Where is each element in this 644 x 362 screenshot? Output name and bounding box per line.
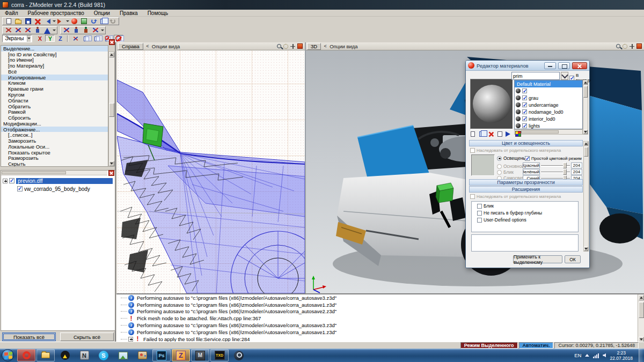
show-all-button[interactable]: Показать всё — [2, 333, 56, 341]
title-bar[interactable]: corra - ZModeler ver 2.2.4 (Build 981) — [0, 0, 644, 10]
scrollbar-thumb[interactable] — [109, 103, 114, 117]
export-icon[interactable] — [56, 18, 65, 25]
material-row[interactable] — [515, 87, 582, 94]
section-color-lighting[interactable]: Цвет и освещенность — [469, 140, 583, 146]
slider-value[interactable]: 204 — [571, 169, 582, 175]
auto-mode-toggle[interactable]: Автоматич. — [519, 342, 554, 349]
taskbar-zmodeler-icon[interactable]: Z — [172, 349, 190, 361]
scrollbar-thumb[interactable] — [583, 86, 588, 98]
menu-item[interactable]: Файл — [0, 10, 23, 17]
nodamage_lod0[interactable]: nodamage_lod0 — [515, 108, 582, 115]
sidebar-item[interactable]: Области — [1, 98, 108, 104]
palette-icon[interactable] — [514, 130, 522, 137]
dialog-scrollbar[interactable] — [583, 141, 589, 252]
sidebar-item[interactable]: Скрыть — [1, 161, 108, 167]
material-editor-icon[interactable] — [69, 18, 79, 25]
extension-option-checkbox[interactable]: User-Defined options — [477, 217, 578, 223]
zoom-icon[interactable] — [277, 44, 281, 48]
log-entry[interactable]: Performing autosave to "c:\program files… — [116, 308, 644, 315]
animation-tool-icon[interactable] — [81, 27, 91, 34]
pan-icon[interactable] — [630, 44, 634, 49]
node-visible-checkbox[interactable] — [17, 186, 23, 191]
viewport-tab-button[interactable]: 3D — [307, 43, 321, 50]
sidebar-item[interactable]: Модификации... — [1, 121, 108, 127]
view-menu-red-icon[interactable] — [297, 43, 303, 49]
inherit-parent-checkbox[interactable]: Наследовать от родительского материала — [470, 148, 561, 153]
axis-x-button[interactable]: X — [35, 35, 44, 42]
materials-scrollbar[interactable] — [583, 80, 588, 135]
radio-lighting[interactable]: Освещень — [497, 156, 525, 161]
axis-z-button[interactable]: Z — [56, 35, 64, 42]
volume-icon[interactable] — [603, 353, 606, 358]
collapse-options-icon[interactable]: < — [145, 43, 150, 49]
maximize-icon[interactable] — [558, 62, 570, 69]
view-options-label[interactable]: Опции вида — [152, 43, 180, 49]
taskbar-photos-icon[interactable] — [114, 349, 132, 361]
close-commands-panel-icon[interactable] — [109, 39, 115, 45]
tree-hscrollbar[interactable] — [1, 171, 107, 175]
sidebar-item[interactable]: Кругом — [1, 92, 108, 98]
material-search-input[interactable] — [511, 72, 560, 80]
hidden-icons-chevron-icon[interactable] — [585, 352, 589, 357]
modify-cone-icon[interactable] — [42, 27, 52, 34]
viewport-tab-button[interactable]: Справа — [118, 43, 143, 50]
assign-material-icon[interactable] — [505, 130, 513, 137]
pan-icon[interactable] — [290, 44, 295, 49]
sidebar-item[interactable]: [по Имени] — [1, 57, 108, 63]
taskbar-txd-icon[interactable]: TXD — [210, 349, 229, 361]
expand-icon[interactable] — [3, 179, 8, 183]
tools-dropdown-icon[interactable] — [100, 27, 104, 34]
view-config-icon-2[interactable] — [82, 35, 91, 42]
materials-hscrollbar[interactable] — [514, 129, 583, 135]
slider-thumb[interactable] — [563, 162, 567, 168]
log-entry[interactable]: Failed to apply the tool file:Service.cp… — [116, 336, 644, 342]
taskbar-photoshop-icon[interactable]: Ps — [152, 349, 171, 361]
sidebar-item[interactable]: Показать скрытое — [1, 150, 108, 156]
scroll-down-icon[interactable] — [639, 337, 644, 342]
scrollbar-thumb[interactable] — [2, 171, 66, 174]
scroll-up-icon[interactable] — [583, 80, 588, 85]
import-icon[interactable] — [42, 18, 52, 25]
log-entry[interactable]: Performing autosave to "c:\program files… — [116, 322, 644, 329]
orbit-icon[interactable] — [623, 44, 627, 49]
color-swatch[interactable] — [471, 154, 495, 176]
morph-tool-icon[interactable] — [91, 27, 100, 34]
lights[interactable]: lights — [515, 122, 582, 129]
screens-combobox[interactable]: Экраны — [2, 35, 32, 42]
menu-item[interactable]: Опции — [89, 10, 115, 17]
vertices-mode-icon[interactable] — [13, 27, 23, 34]
undo-icon[interactable] — [89, 18, 98, 25]
close-icon[interactable] — [572, 62, 587, 69]
skin-tool-icon[interactable] — [71, 27, 81, 34]
scrollbar-thumb[interactable] — [521, 130, 559, 134]
hide-all-button[interactable]: Скрыть всё — [60, 333, 114, 341]
log-entry[interactable]: Pick mesh node to be attached. file:Atta… — [116, 315, 644, 322]
log-entry[interactable]: Performing autosave to "c:\program files… — [116, 329, 644, 336]
material-visible-checkbox[interactable] — [522, 102, 527, 107]
taskbar-3dsmax-icon[interactable]: M — [191, 349, 209, 361]
close-tree-panel-icon[interactable] — [108, 170, 114, 176]
wireframe-canvas[interactable] — [117, 50, 305, 293]
export-dropdown-icon[interactable] — [65, 18, 69, 25]
extension-option-checkbox[interactable]: Не писать в буфер глубины — [477, 210, 578, 216]
menu-item[interactable]: Правка — [115, 10, 143, 17]
taskbar-opera-icon[interactable] — [17, 349, 35, 361]
taskbar-n-app-icon[interactable]: N — [75, 349, 93, 361]
taskbar-explorer-icon[interactable] — [36, 349, 55, 361]
axis-y-button[interactable]: Y — [45, 35, 55, 42]
sidebar-item[interactable]: Обратить — [1, 104, 108, 109]
material-visible-checkbox[interactable] — [522, 109, 527, 114]
log-entry[interactable]: Performing autosave to "c:\program files… — [116, 301, 644, 308]
simple-color-mode-checkbox[interactable]: Простой цветовой режим — [525, 156, 585, 161]
view-config-icon-1[interactable] — [71, 35, 80, 42]
clock[interactable]: 2:23 22.07.2018 — [610, 350, 633, 361]
slider-track[interactable] — [541, 169, 570, 175]
sidebar-item[interactable]: Всё — [1, 69, 108, 75]
section-extensions[interactable]: Расширения — [469, 186, 583, 193]
sidebar-item[interactable]: [по Материалу] — [1, 63, 108, 69]
menu-item[interactable]: Помощь — [143, 10, 173, 17]
material-visible-checkbox[interactable] — [522, 123, 527, 128]
scrollbar-thumb[interactable] — [584, 147, 588, 157]
start-button[interactable] — [2, 349, 14, 361]
view-menu-red-icon[interactable] — [636, 43, 642, 49]
